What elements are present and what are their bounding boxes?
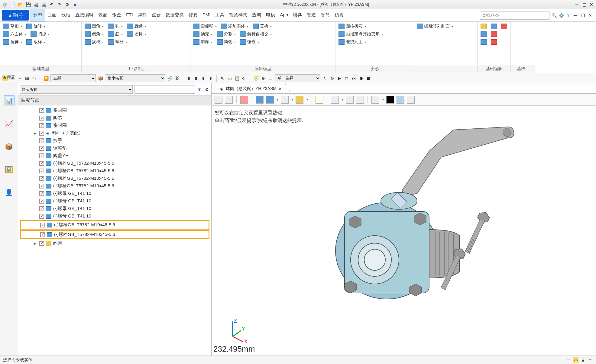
sheet-icon[interactable]: 📋: [234, 76, 240, 81]
vt-zoom-icon[interactable]: [316, 96, 323, 104]
tree-item[interactable]: ✓(-)螺母 GB_T41 10: [18, 190, 211, 197]
ribbon-btn-由指定点开始变形[interactable]: 由指定点开始变形▾: [338, 31, 383, 37]
redo-icon[interactable]: ↷: [57, 2, 62, 7]
ribbon-btn-放样[interactable]: 放样▾: [26, 39, 45, 45]
ribbon-arrow-icon[interactable]: [491, 31, 497, 37]
menu-FTI[interactable]: FTI: [124, 9, 135, 21]
help-icon[interactable]: ?: [566, 13, 571, 18]
chain-icon[interactable]: ⛓: [174, 76, 180, 81]
menu-仿真[interactable]: 仿真: [332, 9, 346, 21]
ribbon-btn-孔[interactable]: 孔▾: [108, 24, 123, 29]
tree-item[interactable]: ▸✓◈阀杆（子装配）: [18, 129, 211, 137]
menu-数据交换[interactable]: 数据交换: [163, 9, 186, 21]
inner-restore-icon[interactable]: ❐: [580, 13, 586, 18]
sb-icon[interactable]: ▭: [573, 357, 578, 363]
inner-minimize-icon[interactable]: ─: [573, 13, 578, 18]
save-icon[interactable]: 💾: [25, 2, 31, 7]
sb-icon[interactable]: 🖥: [580, 357, 586, 363]
new-tab-icon[interactable]: +: [287, 88, 293, 93]
refresh-icon[interactable]: ⟳: [65, 2, 70, 7]
tree-item[interactable]: ✓(-)螺母 GB_T41 10: [18, 205, 211, 212]
ribbon-btn-置换[interactable]: 置换▾: [253, 24, 272, 29]
panel-close-icon[interactable]: ✕: [118, 75, 124, 80]
rec-icon[interactable]: ⏺: [358, 76, 364, 81]
menu-视觉样式[interactable]: 视觉样式: [227, 9, 250, 21]
sb-icon[interactable]: ▭: [566, 357, 571, 363]
vt-layers-icon[interactable]: [407, 96, 415, 104]
ribbon-btn-抽壳[interactable]: 抽壳▾: [193, 31, 212, 37]
file-menu-button[interactable]: 文件(F): [2, 10, 29, 21]
ribbon-btn-添加实体[interactable]: 添加实体▾: [221, 24, 248, 29]
print2-icon[interactable]: 🖨️: [41, 2, 47, 7]
end-icon[interactable]: ⏹: [366, 76, 371, 81]
tree-item[interactable]: ▸✓约束: [18, 240, 211, 247]
menu-曲面[interactable]: 曲面: [45, 9, 59, 21]
assembly-tree[interactable]: ✓密封圈✓阀芯✓密封圈▸✓◈阀杆（子装配）✓扳手✓调整垫✓阀盖YH✓(-)螺栓G…: [18, 105, 211, 356]
tree-item[interactable]: ✓阀芯: [18, 114, 211, 122]
filter-gear-icon[interactable]: ⚙: [204, 87, 209, 92]
viewport-3d[interactable]: 您可以在自定义设置里设置热键 单击"帮助/显示提示"按钮来取消这些提示.: [212, 106, 596, 356]
tag-icon[interactable]: 🏷: [241, 76, 247, 81]
minimize-icon[interactable]: ─: [574, 2, 580, 7]
menu-线框[interactable]: 线框: [59, 9, 73, 21]
play-icon[interactable]: ▶: [73, 2, 78, 7]
undo-icon[interactable]: ↶: [49, 2, 54, 7]
vt-icon[interactable]: [225, 96, 233, 104]
align-r-icon[interactable]: ▮: [201, 76, 206, 81]
inner-close-icon[interactable]: ✕: [588, 13, 593, 18]
tree-item[interactable]: ✓(-)螺栓GB_T5782-M10x45-5.6: [18, 159, 211, 167]
menu-工具[interactable]: 工具: [213, 9, 227, 21]
ribbon-btn-简化[interactable]: 简化▾: [217, 39, 236, 45]
cursor2-icon[interactable]: ↖: [220, 76, 225, 81]
align-c-icon[interactable]: ▮: [193, 76, 199, 81]
tree-item[interactable]: ✓(-)螺母 GB_T41 10: [18, 197, 211, 205]
play2-icon[interactable]: ▶: [337, 76, 342, 81]
menu-钣金[interactable]: 钣金: [110, 9, 124, 21]
menu-修复[interactable]: 修复: [186, 9, 200, 21]
menu-装配[interactable]: 装配: [96, 9, 110, 21]
ribbon-btn-缠绕阵列到面[interactable]: 缠绕阵列到面▾: [417, 24, 453, 29]
ribbon-btn-缠绕到面[interactable]: 缠绕到面▾: [338, 39, 366, 45]
tab-user[interactable]: 👤: [4, 187, 15, 198]
ribbon-btn-圆角[interactable]: 圆角▾: [85, 24, 104, 29]
link-icon[interactable]: 🔗: [167, 76, 173, 81]
tab-close-icon[interactable]: ✕: [278, 86, 282, 91]
ribbon-btn-解析自相交[interactable]: 解析自相交▾: [240, 31, 272, 37]
tree-item[interactable]: ✓(-)螺栓GB_T5782-M10x45-5.6: [20, 230, 209, 239]
ribbon-btn-坯料[interactable]: 坯料▾: [127, 31, 146, 37]
tree-item[interactable]: ✓(-)螺栓GB_T5782-M10x45-5.6: [20, 220, 209, 230]
vt-wireframe-icon[interactable]: [281, 96, 289, 104]
search-icon[interactable]: 🔍: [551, 13, 557, 18]
ribbon-scale-icon[interactable]: [491, 39, 497, 45]
ribbon-btn-筋[interactable]: 筋▾: [108, 31, 123, 37]
close-icon[interactable]: ✕: [589, 2, 594, 7]
ribbon-btn-加厚[interactable]: 加厚▾: [193, 39, 212, 45]
menu-电极[interactable]: 电极: [264, 9, 277, 21]
menu-点云[interactable]: 点云: [149, 9, 163, 21]
tree-item[interactable]: ✓扳手: [18, 137, 211, 144]
ribbon-btn-草图[interactable]: 草图▾: [3, 24, 22, 29]
tab-image[interactable]: 🖼️: [4, 164, 15, 175]
vt-blue-icon[interactable]: [397, 96, 404, 104]
ribbon-btn-拔模[interactable]: 拔模▾: [85, 39, 104, 45]
vt-icon[interactable]: [215, 96, 222, 104]
align-l-icon[interactable]: ▮: [186, 76, 192, 81]
ribbon-grid-icon[interactable]: [481, 24, 487, 29]
box-icon[interactable]: ▭: [227, 76, 232, 81]
ptr-icon[interactable]: ↖: [322, 76, 328, 81]
tree-item[interactable]: ✓密封圈: [18, 107, 211, 114]
vt-screen-icon[interactable]: [371, 96, 379, 104]
show-filter-select[interactable]: 显示所有: [20, 85, 133, 94]
vt-cube2-icon[interactable]: [266, 96, 274, 104]
search-command-input[interactable]: [480, 11, 549, 20]
ribbon-mirror-icon[interactable]: [481, 39, 487, 45]
new-icon[interactable]: 📄: [10, 2, 15, 7]
cog-icon[interactable]: ⚙: [329, 76, 335, 81]
ribbon-btn-面偏移[interactable]: 面偏移▾: [193, 24, 217, 29]
align-t-icon[interactable]: ▮: [208, 76, 213, 81]
ribbon-btn-螺纹[interactable]: 螺纹▾: [108, 39, 127, 45]
doc-icon[interactable]: ▭: [268, 76, 273, 81]
ribbon-xy-icon[interactable]: [501, 24, 507, 29]
select-mode[interactable]: 单一选择: [275, 74, 320, 82]
ribbon-btn-拉伸[interactable]: 拉伸▾: [3, 39, 22, 45]
